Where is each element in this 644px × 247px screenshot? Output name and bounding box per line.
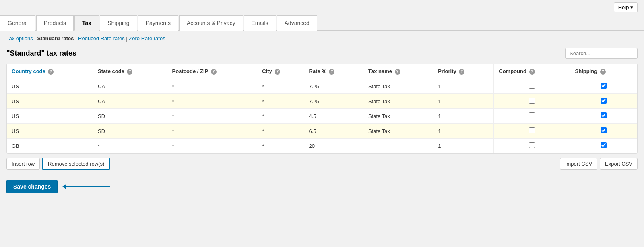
save-changes-button[interactable]: Save changes xyxy=(6,180,58,193)
arrow-line xyxy=(66,186,110,187)
tax-rates-table: Country code ? State code ? Postcode / Z… xyxy=(7,64,637,153)
cell-4-2: * xyxy=(167,139,257,154)
cell-2-1: SD xyxy=(93,109,167,124)
cell-shipping-2[interactable] xyxy=(570,109,637,124)
country-code-help-icon[interactable]: ? xyxy=(48,69,54,75)
tax-name-help-icon[interactable]: ? xyxy=(395,69,400,75)
checkbox-compound-3[interactable] xyxy=(529,127,535,133)
action-right: Import CSV Export CSV xyxy=(560,158,638,170)
content-area: Tax options | Standard rates | Reduced R… xyxy=(0,31,644,201)
section-header: "Standard" tax rates xyxy=(6,48,638,59)
compound-help-icon[interactable]: ? xyxy=(529,69,535,75)
priority-help-icon[interactable]: ? xyxy=(459,69,464,75)
cell-4-0: GB xyxy=(7,139,93,154)
table-row: USSD**4.5State Tax1 xyxy=(7,109,637,124)
cell-4-1: * xyxy=(93,139,167,154)
cell-2-3: * xyxy=(257,109,304,124)
breadcrumb-tax-options[interactable]: Tax options xyxy=(6,35,33,42)
cell-4-5 xyxy=(363,139,433,154)
state-code-help-icon[interactable]: ? xyxy=(127,69,132,75)
tax-rates-table-container: Country code ? State code ? Postcode / Z… xyxy=(6,64,638,154)
cell-compound-4[interactable] xyxy=(494,139,570,154)
th-city: City ? xyxy=(257,64,304,79)
cell-3-4: 6.5 xyxy=(304,124,363,139)
tab-advanced[interactable]: Advanced xyxy=(277,15,317,31)
cell-4-4: 20 xyxy=(304,139,363,154)
th-country-code: Country code ? xyxy=(7,64,93,79)
cell-3-2: * xyxy=(167,124,257,139)
breadcrumb-zero-rate[interactable]: Zero Rate rates xyxy=(129,35,165,42)
tab-general[interactable]: General xyxy=(0,15,35,31)
checkbox-compound-2[interactable] xyxy=(529,112,535,118)
cell-shipping-0[interactable] xyxy=(570,79,637,94)
import-csv-button[interactable]: Import CSV xyxy=(560,158,597,170)
breadcrumb-reduced-rate[interactable]: Reduced Rate rates xyxy=(78,35,125,42)
tab-shipping[interactable]: Shipping xyxy=(100,15,137,31)
cell-2-0: US xyxy=(7,109,93,124)
checkbox-shipping-1[interactable] xyxy=(601,98,607,104)
checkbox-compound-4[interactable] xyxy=(529,142,535,148)
cell-compound-3[interactable] xyxy=(494,124,570,139)
cell-1-6: 1 xyxy=(433,94,494,109)
city-help-icon[interactable]: ? xyxy=(275,69,280,75)
cell-1-1: CA xyxy=(93,94,167,109)
checkbox-shipping-4[interactable] xyxy=(601,142,607,148)
cell-0-3: * xyxy=(257,79,304,94)
cell-0-4: 7.25 xyxy=(304,79,363,94)
action-left: Insert row Remove selected row(s) xyxy=(6,158,110,170)
rate-help-icon[interactable]: ? xyxy=(329,69,334,75)
search-input[interactable] xyxy=(565,48,638,59)
cell-4-3: * xyxy=(257,139,304,154)
tab-accounts[interactable]: Accounts & Privacy xyxy=(179,15,243,31)
insert-row-button[interactable]: Insert row xyxy=(6,158,40,170)
tab-emails[interactable]: Emails xyxy=(244,15,276,31)
table-row: USCA**7.25State Tax1 xyxy=(7,79,637,94)
remove-selected-button[interactable]: Remove selected row(s) xyxy=(42,158,110,170)
cell-1-2: * xyxy=(167,94,257,109)
cell-shipping-1[interactable] xyxy=(570,94,637,109)
tab-products[interactable]: Products xyxy=(36,15,74,31)
th-shipping: Shipping ? xyxy=(570,64,637,79)
breadcrumb: Tax options | Standard rates | Reduced R… xyxy=(6,35,638,42)
th-priority: Priority ? xyxy=(433,64,494,79)
cell-2-4: 4.5 xyxy=(304,109,363,124)
checkbox-shipping-3[interactable] xyxy=(601,127,607,133)
help-button[interactable]: Help ▾ xyxy=(614,2,638,12)
cell-4-6: 1 xyxy=(433,139,494,154)
th-compound: Compound ? xyxy=(494,64,570,79)
cell-compound-1[interactable] xyxy=(494,94,570,109)
cell-1-4: 7.25 xyxy=(304,94,363,109)
table-row: GB***201 xyxy=(7,139,637,154)
cell-0-1: CA xyxy=(93,79,167,94)
cell-1-3: * xyxy=(257,94,304,109)
cell-0-2: * xyxy=(167,79,257,94)
export-csv-button[interactable]: Export CSV xyxy=(600,158,638,170)
th-postcode: Postcode / ZIP ? xyxy=(167,64,257,79)
tab-tax[interactable]: Tax xyxy=(74,15,99,31)
shipping-help-icon[interactable]: ? xyxy=(600,69,606,75)
table-header-row: Country code ? State code ? Postcode / Z… xyxy=(7,64,637,79)
tabs-navigation: General Products Tax Shipping Payments A… xyxy=(0,15,644,31)
tab-payments[interactable]: Payments xyxy=(138,15,178,31)
action-bar: Insert row Remove selected row(s) Import… xyxy=(6,158,638,170)
checkbox-shipping-2[interactable] xyxy=(601,112,607,118)
breadcrumb-standard-rates: Standard rates xyxy=(37,35,74,42)
save-section: Save changes xyxy=(6,180,638,193)
cell-compound-0[interactable] xyxy=(494,79,570,94)
cell-compound-2[interactable] xyxy=(494,109,570,124)
checkbox-compound-1[interactable] xyxy=(529,98,535,104)
cell-1-0: US xyxy=(7,94,93,109)
checkbox-shipping-0[interactable] xyxy=(601,83,607,89)
cell-0-6: 1 xyxy=(433,79,494,94)
cell-0-5: State Tax xyxy=(363,79,433,94)
cell-shipping-3[interactable] xyxy=(570,124,637,139)
th-tax-name: Tax name ? xyxy=(363,64,433,79)
checkbox-compound-0[interactable] xyxy=(529,83,535,89)
cell-0-0: US xyxy=(7,79,93,94)
cell-shipping-4[interactable] xyxy=(570,139,637,154)
cell-1-5: State Tax xyxy=(363,94,433,109)
cell-2-6: 1 xyxy=(433,109,494,124)
cell-3-5: State Tax xyxy=(363,124,433,139)
postcode-help-icon[interactable]: ? xyxy=(211,69,217,75)
page-title: "Standard" tax rates xyxy=(6,49,76,58)
